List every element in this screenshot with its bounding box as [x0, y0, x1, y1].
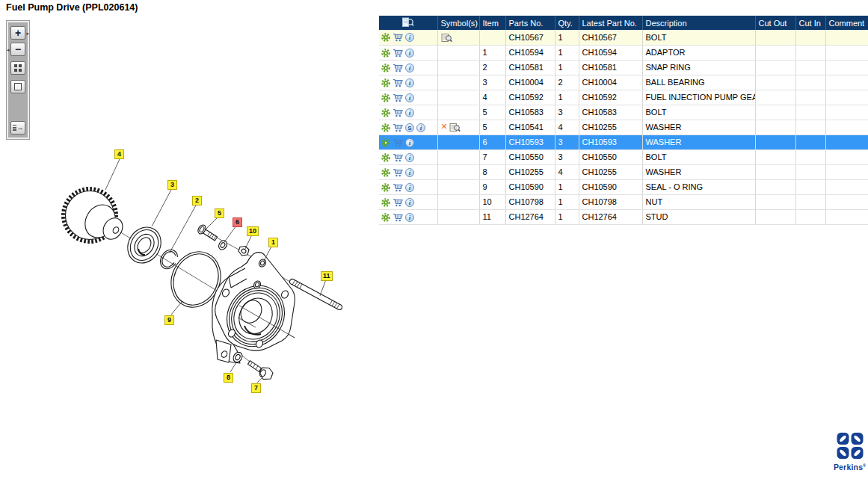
- column-header-actions[interactable]: [379, 16, 437, 30]
- cart-icon[interactable]: [393, 49, 403, 58]
- column-header-comment[interactable]: Comment: [825, 16, 868, 30]
- info-icon[interactable]: i: [405, 153, 414, 162]
- column-header-parts_no[interactable]: Parts No.: [505, 16, 555, 30]
- part-callout-8[interactable]: 8: [224, 373, 233, 383]
- part-callout-11[interactable]: 11: [321, 271, 333, 281]
- info-icon[interactable]: i: [405, 64, 414, 72]
- book-magnifier-icon[interactable]: [441, 33, 452, 43]
- column-header-description[interactable]: Description: [642, 16, 755, 30]
- parts-table-panel: Symbol(s)ItemParts No.Qty.Latest Part No…: [379, 16, 868, 225]
- info-icon[interactable]: i: [405, 183, 414, 192]
- gear-icon[interactable]: [381, 64, 390, 72]
- delete-icon[interactable]: ✕: [441, 122, 448, 131]
- info-icon[interactable]: i: [405, 49, 414, 58]
- part-callout-5[interactable]: 5: [215, 208, 224, 218]
- parts-table-row[interactable]: Si✕5CH105414CH10255WASHER: [379, 120, 868, 135]
- info-icon[interactable]: i: [405, 198, 414, 207]
- info-icon[interactable]: i: [405, 138, 414, 147]
- gear-icon[interactable]: [381, 49, 390, 58]
- cell-qty: 1: [555, 179, 579, 194]
- info-icon[interactable]: i: [416, 123, 425, 132]
- info-icon[interactable]: i: [405, 33, 414, 42]
- part-callout-3[interactable]: 3: [167, 180, 177, 190]
- cell-description: SNAP RING: [642, 60, 755, 75]
- cart-icon[interactable]: [393, 33, 403, 42]
- part-callout-2[interactable]: 2: [192, 196, 202, 205]
- row-symbols-cell: [437, 209, 479, 224]
- brand-name: Perkins®: [831, 463, 868, 472]
- cell-cut_in: [795, 120, 825, 135]
- cell-item: 10: [479, 194, 505, 209]
- cell-parts_no: CH10594: [505, 45, 555, 60]
- gear-icon[interactable]: [381, 93, 390, 102]
- cart-icon[interactable]: [393, 78, 403, 87]
- info-icon[interactable]: i: [405, 168, 414, 177]
- gear-icon[interactable]: [381, 78, 390, 87]
- cart-icon[interactable]: [393, 93, 403, 102]
- parts-table-row[interactable]: iCH105671CH10567BOLT: [379, 30, 868, 45]
- part-callout-6[interactable]: 6: [233, 217, 242, 227]
- info-icon[interactable]: i: [405, 93, 414, 102]
- parts-table-row[interactable]: i3CH100042CH10004BALL BEARING: [379, 75, 868, 90]
- parts-table-row[interactable]: i6CH105933CH10593WASHER: [379, 135, 868, 149]
- cell-parts_no: CH10583: [505, 105, 555, 120]
- cell-item: 8: [479, 164, 505, 179]
- parts-table-row[interactable]: i4CH105921CH10592FUEL INJECTION PUMP GEA…: [379, 90, 868, 105]
- column-header-latest_part_no[interactable]: Latest Part No.: [579, 16, 642, 30]
- cell-latest_part_no: CH10798: [579, 194, 642, 209]
- part-callout-10[interactable]: 10: [247, 226, 259, 236]
- cart-icon[interactable]: [393, 108, 403, 117]
- row-actions-cell: i: [379, 164, 437, 179]
- cart-icon[interactable]: [393, 213, 403, 222]
- cart-icon[interactable]: [393, 138, 403, 147]
- cell-cut_in: [795, 30, 825, 45]
- cart-icon[interactable]: [393, 168, 403, 177]
- parts-table-row[interactable]: i11CH127641CH12764STUD: [379, 209, 868, 224]
- column-header-item[interactable]: Item: [479, 16, 505, 30]
- parts-table-row[interactable]: i10CH107981CH10798NUT: [379, 194, 868, 209]
- parts-table-row[interactable]: i5CH105833CH10583BOLT: [379, 105, 868, 120]
- gear-icon[interactable]: [381, 33, 390, 42]
- gear-icon[interactable]: [381, 183, 390, 192]
- cell-cut_in: [795, 149, 825, 164]
- gear-icon[interactable]: [381, 123, 390, 132]
- gear-icon[interactable]: [381, 213, 390, 222]
- parts-table-row[interactable]: i1CH105941CH10594ADAPTOR: [379, 45, 868, 60]
- parts-table-row[interactable]: i7CH105503CH10550BOLT: [379, 149, 868, 164]
- column-header-qty[interactable]: Qty.: [555, 16, 579, 30]
- cart-icon[interactable]: [393, 198, 403, 207]
- part-callout-4[interactable]: 4: [114, 149, 124, 159]
- column-header-cut_out[interactable]: Cut Out: [755, 16, 795, 30]
- cell-description: WASHER: [642, 120, 755, 135]
- parts-table-row[interactable]: i2CH105811CH10581SNAP RING: [379, 60, 868, 75]
- info-icon[interactable]: i: [405, 78, 414, 87]
- gear-icon[interactable]: [381, 153, 390, 162]
- book-magnifier-icon[interactable]: [449, 123, 461, 132]
- cell-item: 5: [479, 120, 505, 135]
- substitute-icon[interactable]: S: [405, 123, 414, 132]
- column-header-symbols[interactable]: Symbol(s): [437, 16, 479, 30]
- cell-description: NUT: [642, 194, 755, 209]
- parts-table-row[interactable]: i9CH105901CH10590SEAL - O RING: [379, 179, 868, 194]
- part-callout-9[interactable]: 9: [164, 315, 174, 325]
- gear-icon[interactable]: [381, 138, 390, 147]
- gear-icon[interactable]: [381, 108, 390, 117]
- cell-item: 11: [479, 209, 505, 224]
- info-icon[interactable]: i: [405, 108, 414, 117]
- cell-description: STUD: [642, 209, 755, 224]
- cell-comment: [825, 60, 868, 75]
- part-callout-1[interactable]: 1: [268, 238, 278, 247]
- column-header-cut_in[interactable]: Cut In: [795, 16, 825, 30]
- cart-icon[interactable]: [393, 183, 403, 192]
- cart-icon[interactable]: [393, 153, 403, 162]
- cart-icon[interactable]: [393, 64, 403, 72]
- cart-icon[interactable]: [393, 123, 403, 132]
- cell-item: [479, 30, 505, 45]
- parts-table-row[interactable]: i8CH102554CH10255WASHER: [379, 164, 868, 179]
- cell-parts_no: CH10581: [505, 60, 555, 75]
- gear-icon[interactable]: [381, 198, 390, 207]
- part-callout-7[interactable]: 7: [251, 383, 261, 393]
- gear-icon[interactable]: [381, 168, 390, 177]
- info-icon[interactable]: i: [405, 213, 414, 222]
- row-actions-cell: i: [379, 179, 437, 194]
